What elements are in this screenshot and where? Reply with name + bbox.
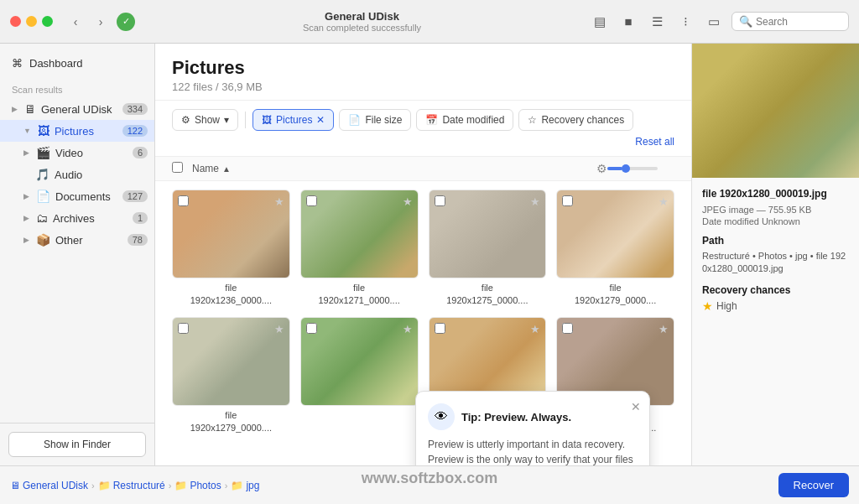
grid-item[interactable]: ★ file1920x1279_0000.... — [172, 317, 290, 434]
select-all-checkbox[interactable] — [172, 162, 183, 173]
main-header: Pictures 122 files / 36,9 MB — [155, 44, 691, 101]
close-button[interactable] — [10, 16, 21, 27]
app-body: ⌘ Dashboard Scan results ▶ 🖥 General UDi… — [0, 44, 859, 465]
close-filter-icon[interactable]: ✕ — [316, 114, 325, 126]
dashboard-label: Dashboard — [29, 57, 83, 70]
file-icon[interactable]: ▤ — [589, 11, 611, 33]
show-in-finder-button[interactable]: Show in Finder — [8, 432, 146, 457]
folder-breadcrumb-icon: 📁 — [174, 480, 187, 491]
star-icon[interactable]: ★ — [659, 323, 669, 335]
sidebar-item-dashboard[interactable]: ⌘ Dashboard — [0, 50, 154, 76]
tooltip-close-button[interactable]: ✕ — [631, 400, 641, 413]
sidebar-item-other[interactable]: ▶ 📦 Other 78 — [0, 229, 154, 251]
app-title-area: General UDisk Scan completed successfull… — [142, 10, 582, 33]
sidebar: ⌘ Dashboard Scan results ▶ 🖥 General UDi… — [0, 44, 155, 465]
grid-item[interactable]: ★ file1920x1275_0000.... — [429, 190, 547, 307]
date-modified-filter-button[interactable]: 📅 Date modified — [416, 109, 513, 131]
main-content: Pictures 122 files / 36,9 MB ⚙ Show ▾ 🖼 … — [155, 44, 691, 465]
sidebar-footer: Show in Finder — [0, 423, 154, 465]
sidebar-item-audio[interactable]: 🎵 Audio — [0, 164, 154, 185]
minimize-button[interactable] — [26, 16, 37, 27]
breadcrumb-restructure[interactable]: 📁 Restructuré — [98, 480, 165, 491]
grid-item[interactable]: ★ file1920x1271_0000.... — [300, 190, 419, 307]
breadcrumb-photos[interactable]: 📁 Photos — [174, 480, 221, 491]
name-column-header[interactable]: Name ▲ — [192, 163, 596, 174]
pictures-label: Pictures — [276, 114, 312, 126]
column-filter-icon[interactable]: ⚙ — [596, 162, 607, 175]
thumbnail: ★ — [300, 317, 419, 406]
item-checkbox[interactable] — [562, 323, 573, 334]
star-filter-icon: ☆ — [528, 114, 537, 126]
star-icon[interactable]: ★ — [659, 195, 669, 208]
thumbnail: ★ — [300, 190, 419, 278]
sidebar-item-pictures[interactable]: ▼ 🖼 Pictures 122 — [0, 120, 154, 142]
filter-divider — [245, 112, 246, 128]
breadcrumb-jpg[interactable]: 📁 jpg — [231, 480, 259, 491]
slider-control[interactable] — [607, 167, 674, 170]
pictures-filter-button[interactable]: 🖼 Pictures ✕ — [252, 109, 334, 131]
slider-thumb[interactable] — [622, 164, 630, 173]
grid-scroll-area[interactable]: ★ file1920x1236_0000.... ★ file1920x1271… — [155, 181, 691, 465]
item-checkbox[interactable] — [178, 323, 189, 334]
list-view-icon[interactable]: ☰ — [646, 11, 668, 33]
preview-image-placeholder — [692, 44, 859, 178]
sidebar-item-archives[interactable]: ▶ 🗂 Archives 1 — [0, 207, 154, 229]
star-icon[interactable]: ★ — [274, 195, 284, 208]
other-icon: 📦 — [36, 233, 50, 247]
chevron-icon: ▶ — [23, 214, 29, 222]
chevron-icon: ▶ — [12, 105, 18, 113]
item-checkbox[interactable] — [435, 195, 445, 206]
documents-icon: 📄 — [36, 190, 50, 203]
archives-icon: 🗂 — [36, 211, 48, 225]
grid-view-icon[interactable]: ⁝ — [674, 11, 696, 33]
grid-item[interactable]: ★ — [300, 317, 419, 434]
calendar-icon: 📅 — [425, 114, 438, 126]
star-icon[interactable]: ★ — [530, 323, 540, 335]
item-checkbox[interactable] — [562, 195, 573, 206]
item-checkbox[interactable] — [306, 195, 317, 206]
show-filter-button[interactable]: ⚙ Show ▾ — [172, 109, 238, 131]
recover-button[interactable]: Recover — [778, 473, 849, 497]
item-checkbox[interactable] — [178, 195, 189, 206]
breadcrumb-label: General UDisk — [23, 480, 88, 491]
grid-item[interactable]: ★ file1920x1236_0000.... — [172, 190, 290, 307]
item-checkbox[interactable] — [306, 323, 317, 334]
maximize-button[interactable] — [42, 16, 53, 27]
breadcrumb-general-udisk[interactable]: 🖥 General UDisk — [10, 480, 88, 491]
preview-image — [692, 44, 859, 178]
back-button[interactable]: ‹ — [66, 13, 85, 31]
tip-tooltip: ✕ 👁 Tip: Preview. Always. Preview is utt… — [415, 391, 650, 465]
sidebar-item-label: Documents — [55, 190, 117, 203]
page-subtitle: 122 files / 36,9 MB — [172, 81, 674, 93]
item-label: file1920x1236_0000.... — [172, 282, 290, 308]
file-size-filter-button[interactable]: 📄 File size — [339, 109, 411, 131]
audio-icon: 🎵 — [35, 168, 49, 181]
recovery-level: High — [716, 300, 737, 312]
breadcrumb-separator: › — [91, 481, 95, 491]
sidebar-item-general-udisk[interactable]: ▶ 🖥 General UDisk 334 — [0, 98, 154, 120]
page-title: Pictures — [172, 57, 674, 79]
select-all-checkbox-container[interactable] — [172, 162, 192, 175]
star-icon[interactable]: ★ — [403, 195, 413, 208]
scan-results-label: Scan results — [0, 76, 154, 98]
folder-icon[interactable]: ■ — [617, 11, 639, 33]
app-title: General UDisk — [325, 10, 399, 23]
recovery-chances-filter-button[interactable]: ☆ Recovery chances — [518, 109, 633, 131]
reset-all-button[interactable]: Reset all — [635, 136, 674, 148]
tooltip-title: Tip: Preview. Always. — [461, 411, 571, 423]
search-box[interactable]: 🔍 — [731, 12, 849, 31]
star-icon[interactable]: ★ — [274, 323, 284, 335]
forward-button[interactable]: › — [91, 13, 110, 31]
panel-icon[interactable]: ▭ — [703, 11, 725, 33]
sidebar-item-video[interactable]: ▶ 🎬 Video 6 — [0, 142, 154, 164]
scan-complete-badge: ✓ — [117, 13, 135, 31]
app-subtitle: Scan completed successfully — [303, 23, 421, 33]
file-size-label: File size — [365, 114, 402, 126]
item-label: file1920x1275_0000.... — [429, 282, 547, 308]
search-input[interactable] — [756, 16, 841, 28]
sidebar-item-documents[interactable]: ▶ 📄 Documents 127 — [0, 185, 154, 207]
item-checkbox[interactable] — [435, 323, 445, 334]
grid-item[interactable]: ★ file1920x1279_0000.... — [556, 190, 674, 307]
star-icon[interactable]: ★ — [403, 323, 413, 335]
star-icon[interactable]: ★ — [530, 195, 540, 208]
